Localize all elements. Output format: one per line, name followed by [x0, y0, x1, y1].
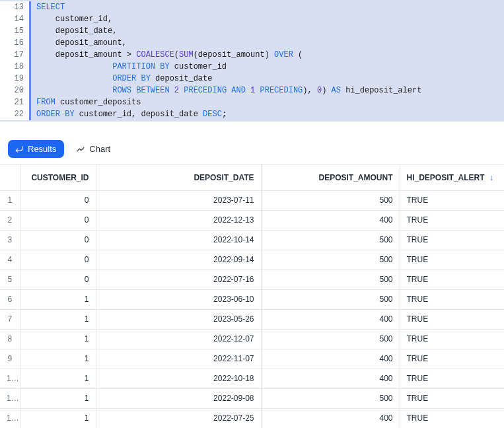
line-number-gutter: 13141516171819202122 — [0, 1, 29, 120]
chart-tab-button[interactable]: Chart — [76, 144, 110, 154]
col-header-deposit-amount[interactable]: DEPOSIT_AMOUNT — [261, 165, 400, 190]
row-number: 5 — [0, 269, 20, 289]
table-row[interactable]: 502022-07-16500TRUE — [0, 269, 504, 289]
row-number: 1 — [0, 190, 20, 210]
table-row[interactable]: 402022-09-14500TRUE — [0, 250, 504, 269]
table-row[interactable]: 912022-11-07400TRUE — [0, 349, 504, 369]
cell-deposit-date: 2022-10-14 — [96, 230, 261, 250]
cell-deposit-amount: 400 — [261, 309, 400, 329]
cell-deposit-date: 2022-07-25 — [96, 408, 261, 428]
sql-code-lines[interactable]: SELECT customer_id, deposit_date, deposi… — [29, 1, 504, 120]
cell-deposit-amount: 400 — [261, 210, 400, 230]
table-row[interactable]: 712023-05-26400TRUE — [0, 309, 504, 329]
cell-customer-id: 0 — [20, 230, 96, 250]
cell-customer-id: 1 — [20, 369, 96, 388]
cell-hi-deposit-alert: TRUE — [400, 408, 504, 428]
cell-deposit-amount: 500 — [261, 190, 400, 210]
table-row[interactable]: 812022-12-07500TRUE — [0, 329, 504, 349]
row-number: 10 — [0, 369, 20, 388]
cell-customer-id: 1 — [20, 349, 96, 369]
cell-deposit-date: 2023-05-26 — [96, 309, 261, 329]
chart-line-icon — [76, 145, 85, 154]
cell-deposit-date: 2022-09-08 — [96, 388, 261, 408]
table-row[interactable]: 102023-07-11500TRUE — [0, 190, 504, 210]
table-row[interactable]: 612023-06-10500TRUE — [0, 289, 504, 309]
cell-deposit-date: 2022-10-18 — [96, 369, 261, 388]
cell-deposit-amount: 500 — [261, 269, 400, 289]
cell-customer-id: 1 — [20, 289, 96, 309]
cell-customer-id: 0 — [20, 269, 96, 289]
cell-deposit-amount: 500 — [261, 289, 400, 309]
cell-hi-deposit-alert: TRUE — [400, 210, 504, 230]
table-row[interactable]: 202022-12-13400TRUE — [0, 210, 504, 230]
row-number: 6 — [0, 289, 20, 309]
sort-desc-icon: ↓ — [489, 173, 493, 182]
cell-customer-id: 1 — [20, 408, 96, 428]
results-toolbar: Results Chart — [0, 133, 504, 165]
cell-deposit-amount: 500 — [261, 388, 400, 408]
table-row[interactable]: 1112022-09-08500TRUE — [0, 388, 504, 408]
row-number: 3 — [0, 230, 20, 250]
cell-deposit-date: 2023-07-11 — [96, 190, 261, 210]
row-number: 12 — [0, 408, 20, 428]
cell-hi-deposit-alert: TRUE — [400, 250, 504, 269]
row-number: 8 — [0, 329, 20, 349]
cell-customer-id: 0 — [20, 210, 96, 230]
cell-hi-deposit-alert: TRUE — [400, 388, 504, 408]
cell-deposit-date: 2022-12-07 — [96, 329, 261, 349]
cell-deposit-amount: 500 — [261, 329, 400, 349]
table-row[interactable]: 1212022-07-25400TRUE — [0, 408, 504, 428]
row-number: 11 — [0, 388, 20, 408]
cell-deposit-date: 2022-07-16 — [96, 269, 261, 289]
table-row[interactable]: 302022-10-14500TRUE — [0, 230, 504, 250]
cell-hi-deposit-alert: TRUE — [400, 230, 504, 250]
cell-hi-deposit-alert: TRUE — [400, 190, 504, 210]
results-play-icon — [15, 145, 24, 154]
table-row[interactable]: 1012022-10-18400TRUE — [0, 369, 504, 388]
cell-deposit-amount: 500 — [261, 230, 400, 250]
cell-deposit-amount: 400 — [261, 408, 400, 428]
cell-deposit-amount: 500 — [261, 250, 400, 269]
row-number: 9 — [0, 349, 20, 369]
cell-hi-deposit-alert: TRUE — [400, 289, 504, 309]
cell-deposit-date: 2022-12-13 — [96, 210, 261, 230]
row-number: 2 — [0, 210, 20, 230]
cell-customer-id: 1 — [20, 309, 96, 329]
cell-hi-deposit-alert: TRUE — [400, 369, 504, 388]
col-header-hi-deposit-alert-label: HI_DEPOSIT_ALERT — [407, 173, 485, 182]
cell-deposit-amount: 400 — [261, 369, 400, 388]
table-header-row: CUSTOMER_ID DEPOSIT_DATE DEPOSIT_AMOUNT … — [0, 165, 504, 190]
sql-editor[interactable]: 13141516171819202122 SELECT customer_id,… — [0, 0, 504, 122]
results-tab-button[interactable]: Results — [8, 140, 64, 158]
cell-hi-deposit-alert: TRUE — [400, 329, 504, 349]
results-tab-label: Results — [28, 144, 56, 154]
cell-customer-id: 1 — [20, 388, 96, 408]
cell-hi-deposit-alert: TRUE — [400, 269, 504, 289]
chart-tab-label: Chart — [89, 144, 110, 154]
row-number: 7 — [0, 309, 20, 329]
col-header-hi-deposit-alert[interactable]: HI_DEPOSIT_ALERT ↓ — [400, 165, 504, 190]
cell-hi-deposit-alert: TRUE — [400, 309, 504, 329]
cell-customer-id: 0 — [20, 250, 96, 269]
results-table: CUSTOMER_ID DEPOSIT_DATE DEPOSIT_AMOUNT … — [0, 165, 504, 428]
cell-deposit-date: 2022-11-07 — [96, 349, 261, 369]
cell-deposit-date: 2023-06-10 — [96, 289, 261, 309]
col-header-customer-id[interactable]: CUSTOMER_ID — [20, 165, 96, 190]
cell-customer-id: 0 — [20, 190, 96, 210]
cell-deposit-amount: 400 — [261, 349, 400, 369]
row-number: 4 — [0, 250, 20, 269]
col-header-deposit-date[interactable]: DEPOSIT_DATE — [96, 165, 261, 190]
cell-hi-deposit-alert: TRUE — [400, 349, 504, 369]
cell-customer-id: 1 — [20, 329, 96, 349]
cell-deposit-date: 2022-09-14 — [96, 250, 261, 269]
col-header-rownum[interactable] — [0, 165, 20, 190]
